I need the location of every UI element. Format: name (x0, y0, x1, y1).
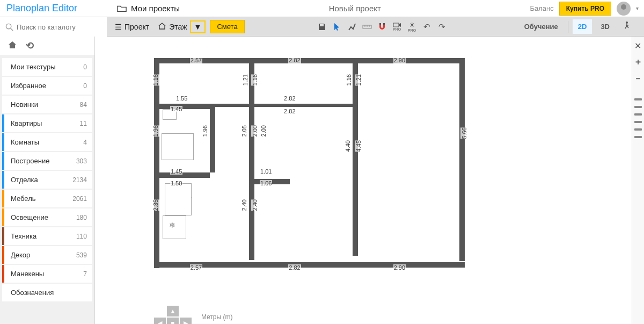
category-count: 4 (83, 139, 87, 146)
category-label: Избранное (11, 82, 46, 90)
dimension-label: 2.82 (283, 108, 296, 114)
category-label: Мои текстуры (11, 63, 55, 71)
line-tool-icon[interactable] (345, 20, 360, 34)
svg-line-1 (11, 28, 13, 30)
home-icon (158, 22, 166, 31)
chevron-down-icon[interactable]: ▾ (636, 5, 639, 11)
category-label: Техника (11, 232, 36, 240)
category-item[interactable]: Манекены7 (2, 265, 92, 283)
dimension-label: 1.16 (345, 74, 353, 85)
category-list: Мои текстуры0Избранное0Новинки84Квартиры… (0, 55, 94, 324)
close-icon[interactable]: ✕ (634, 41, 641, 51)
dimension-label: 1.45 (170, 168, 182, 175)
wall[interactable] (254, 104, 353, 107)
catalog-search-input[interactable] (17, 23, 97, 31)
dimension-label: 2.40 (251, 199, 259, 211)
project-menu[interactable]: ☰ Проект (111, 20, 153, 33)
category-item[interactable]: Квартиры11 (2, 114, 92, 132)
dimension-label: 1.01 (260, 168, 272, 175)
project-title: Новый проект (180, 4, 530, 13)
zoom-out-icon[interactable]: － (634, 73, 642, 84)
wall[interactable] (159, 104, 210, 109)
floor-menu[interactable]: Этаж ▼ (153, 18, 210, 35)
balance-label[interactable]: Баланс (530, 4, 559, 12)
wall[interactable] (154, 58, 159, 265)
furniture[interactable] (165, 183, 192, 215)
category-item[interactable]: Избранное0 (2, 77, 92, 95)
svg-rect-6 (379, 23, 381, 25)
dimension-label: 4.40 (344, 140, 352, 152)
category-item[interactable]: Новинки84 (2, 96, 92, 113)
category-item[interactable]: Мебель2061 (2, 190, 92, 207)
camera-pro-icon[interactable]: PRO (390, 20, 405, 34)
category-count: 180 (76, 214, 87, 221)
category-count: 84 (80, 101, 87, 109)
undo-icon[interactable]: ↶ (420, 20, 435, 34)
ruler-icon[interactable] (360, 20, 375, 34)
pan-right-button[interactable]: ▶ (180, 318, 192, 324)
category-label: Мебель (11, 195, 36, 203)
buy-pro-button[interactable]: Купить PRO (559, 2, 611, 16)
back-icon[interactable]: ⟲ (26, 40, 34, 52)
search-icon (5, 23, 13, 31)
dimension-label: 2.82 (288, 264, 301, 271)
pointer-icon[interactable] (330, 20, 345, 34)
dimension-label: 2.90 (393, 57, 406, 63)
my-projects-button[interactable]: Мои проекты (107, 4, 180, 13)
category-item[interactable]: Отделка2134 (2, 171, 92, 189)
category-count: 110 (76, 233, 87, 240)
dimension-label: 2.57 (190, 57, 202, 63)
home-nav-icon[interactable] (8, 40, 17, 52)
category-item[interactable]: Мои текстуры0 (2, 58, 92, 76)
category-label: Манекены (11, 270, 44, 278)
pan-center-button[interactable]: ■ (167, 318, 179, 324)
training-button[interactable]: Обучение (519, 19, 564, 34)
pan-left-button[interactable]: ◀ (154, 318, 166, 324)
category-count: 0 (83, 63, 87, 71)
dimension-label: 1.21 (241, 74, 249, 85)
svg-rect-8 (393, 23, 399, 27)
wall[interactable] (159, 172, 210, 178)
view-2d-button[interactable]: 2D (573, 19, 592, 34)
category-item[interactable]: Освещение180 (2, 208, 92, 226)
wall[interactable] (210, 104, 215, 172)
wall[interactable] (249, 104, 254, 177)
category-item[interactable]: Построение303 (2, 152, 92, 170)
floor-dropdown-icon[interactable]: ▼ (190, 20, 206, 33)
svg-point-0 (6, 24, 11, 28)
redo-icon[interactable]: ↷ (435, 20, 450, 34)
category-label: Новинки (11, 100, 38, 109)
category-label: Освещение (11, 213, 48, 221)
estimate-button[interactable]: Смета (210, 20, 244, 33)
dimension-label: 5.66 (460, 127, 468, 139)
category-item[interactable]: Техника110 (2, 227, 92, 245)
dimension-label: 2.82 (283, 95, 296, 102)
category-item[interactable]: Декор539 (2, 246, 92, 264)
category-label: Декор (11, 251, 30, 259)
user-avatar[interactable] (617, 2, 631, 16)
save-icon[interactable] (314, 20, 330, 34)
category-count: 2061 (72, 195, 87, 203)
dimension-label: 4.45 (355, 140, 362, 152)
dimension-label: 2.05 (240, 125, 248, 136)
level-indicator[interactable] (634, 98, 642, 100)
category-count: 2134 (72, 176, 87, 184)
zoom-in-icon[interactable]: ＋ (634, 56, 642, 68)
category-item[interactable]: Комнаты4 (2, 133, 92, 151)
view-3d-button[interactable]: 3D (595, 19, 615, 34)
walk-mode-button[interactable] (618, 18, 635, 35)
magnet-icon[interactable] (375, 20, 390, 34)
wall[interactable] (249, 178, 254, 260)
wall[interactable] (459, 58, 465, 261)
dimension-label: 1.96 (201, 125, 209, 136)
furniture[interactable] (162, 133, 194, 160)
dimension-label: 1.16 (251, 74, 259, 85)
category-item[interactable]: Обозначения (2, 284, 92, 301)
sun-pro-icon[interactable]: ☀PRO (405, 20, 420, 34)
units-label[interactable]: Метры (m) (201, 313, 233, 321)
pan-up-button[interactable]: ▲ (167, 306, 179, 316)
category-count: 7 (83, 270, 87, 278)
floorplan-canvas[interactable]: ❄2.572.822.902.572.822.901.552.821.452.8… (95, 37, 632, 324)
wall[interactable] (353, 58, 358, 256)
folder-icon (117, 4, 127, 13)
